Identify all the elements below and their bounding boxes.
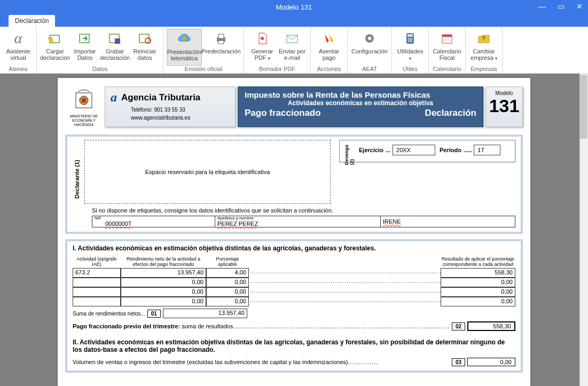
svg-point-19 (411, 41, 412, 42)
cloud-upload-icon (176, 30, 193, 48)
asentar-pago-button[interactable]: Asentar pago (314, 29, 344, 66)
predeclaracion-button[interactable]: Predeclaración (202, 29, 240, 66)
svg-point-11 (368, 37, 371, 40)
svg-rect-8 (218, 41, 224, 44)
svg-rect-13 (407, 34, 413, 37)
folder-switch-icon (475, 30, 492, 47)
import-icon (76, 30, 93, 47)
svg-point-15 (410, 38, 411, 40)
svg-point-18 (410, 41, 411, 42)
enviar-email-button[interactable]: Enviar por e-mail (277, 29, 307, 66)
svg-point-17 (408, 41, 409, 42)
close-button[interactable]: ✕ (573, 1, 586, 12)
alpha-icon: α (10, 30, 27, 47)
group-label-atenea: Atenea (3, 66, 33, 72)
email-icon (284, 30, 301, 47)
svg-point-14 (408, 38, 409, 40)
group-label-utiles: Útiles (395, 66, 425, 72)
tab-declaracion[interactable]: Declaración (9, 15, 55, 27)
titlebar: Modelo 131 — ▭ ✕ (0, 0, 588, 14)
grabar-declaracion-button[interactable]: Grabar declaración (100, 29, 130, 66)
utilidades-button[interactable]: Utilidades ▾ (395, 29, 425, 66)
cambiar-empresa-button[interactable]: Cambiar empresa ▾ (469, 29, 499, 66)
save-icon (106, 30, 123, 47)
group-label-empresas: Empresas (469, 66, 499, 72)
calculator-icon (402, 30, 419, 47)
presentacion-telematica-button[interactable]: Presentación telemática (167, 29, 202, 66)
calendario-fiscal-button[interactable]: Calendario Fiscal (432, 29, 462, 66)
maximize-button[interactable]: ▭ (554, 1, 568, 12)
folder-open-icon (46, 30, 64, 47)
group-label-acciones: Acciones (314, 66, 344, 72)
ribbon: α Asistente virtual Atenea Cargar declar… (0, 27, 588, 74)
svg-point-16 (411, 38, 412, 40)
printer-icon (213, 30, 230, 47)
window-title: Modelo 131 (276, 3, 312, 11)
svg-rect-3 (115, 38, 120, 44)
reset-icon (136, 30, 153, 47)
configuracion-button[interactable]: Configuración (351, 29, 388, 66)
cargar-declaracion-button[interactable]: Cargar declaración (40, 29, 70, 66)
tabstrip: Declaración (0, 14, 588, 27)
group-label-calendario: Calendario (432, 66, 462, 72)
asistente-virtual-button[interactable]: α Asistente virtual (3, 29, 33, 66)
generar-pdf-button[interactable]: Generar PDF ▾ (247, 29, 277, 66)
minimize-button[interactable]: — (535, 1, 549, 12)
importar-datos-button[interactable]: Importar Datos (70, 29, 100, 66)
svg-rect-7 (218, 34, 224, 38)
payment-icon (320, 30, 338, 47)
group-label-borrador: Borrador PDF (247, 66, 307, 72)
reiniciar-datos-button[interactable]: Reiniciar datos (130, 29, 160, 66)
group-label-datos: Datos (40, 66, 160, 72)
group-label-aeat: AEAT (351, 66, 388, 72)
group-label-emision: Emisión oficial (167, 66, 240, 72)
svg-rect-21 (442, 35, 452, 37)
gear-icon (361, 30, 378, 47)
pdf-icon (254, 30, 271, 47)
calendar-icon (438, 30, 456, 47)
